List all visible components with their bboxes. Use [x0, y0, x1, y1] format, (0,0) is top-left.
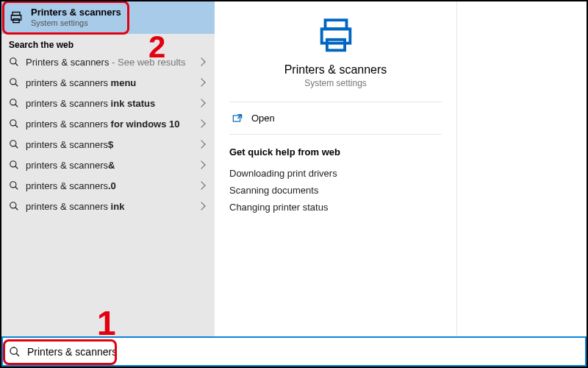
- svg-point-5: [10, 79, 16, 85]
- suggestion-item[interactable]: printers & scanners menu: [1, 72, 215, 93]
- chevron-right-icon: [197, 202, 205, 210]
- suggestion-text: printers & scanners.0: [26, 180, 198, 191]
- suggestion-text: Printers & scanners - See web results: [26, 57, 198, 68]
- printer-icon: [315, 15, 357, 57]
- suggestion-item[interactable]: printers & scanners for windows 10: [1, 113, 215, 134]
- suggestion-item[interactable]: printers & scanners$: [1, 134, 215, 155]
- svg-line-8: [15, 105, 18, 107]
- svg-point-3: [10, 58, 16, 64]
- search-icon: [9, 77, 19, 88]
- svg-point-9: [10, 120, 16, 126]
- help-header: Get quick help from web: [229, 146, 442, 158]
- detail-pane: Printers & scanners System settings Open…: [215, 1, 457, 336]
- svg-point-23: [10, 347, 17, 354]
- search-results-pane: Printers & scanners System settings Sear…: [1, 1, 215, 336]
- help-section: Get quick help from web Downloading prin…: [229, 135, 442, 216]
- search-icon: [9, 57, 19, 67]
- printer-icon: [9, 10, 24, 25]
- search-icon: [9, 98, 19, 108]
- help-link[interactable]: Changing printer status: [229, 199, 442, 216]
- help-link[interactable]: Scanning documents: [229, 182, 442, 199]
- suggestion-text: printers & scanners menu: [26, 77, 198, 88]
- search-icon: [9, 160, 19, 170]
- suggestion-text: printers & scanners for windows 10: [26, 118, 198, 130]
- detail-title: Printers & scanners: [284, 63, 387, 77]
- best-match-text: Printers & scanners System settings: [31, 7, 121, 29]
- detail-header: Printers & scanners System settings: [229, 15, 442, 102]
- svg-line-16: [15, 187, 18, 190]
- search-bar[interactable]: [1, 336, 587, 367]
- suggestion-text: printers & scanners ink: [26, 201, 198, 212]
- chevron-right-icon: [197, 140, 205, 148]
- svg-point-13: [10, 161, 16, 167]
- suggestion-text: printers & scanners ink status: [26, 98, 198, 109]
- suggestion-text: printers & scanners&: [26, 160, 198, 171]
- suggestions-list: Printers & scanners - See web resultspri…: [1, 52, 215, 221]
- search-icon: [9, 139, 19, 149]
- search-icon: [9, 201, 19, 211]
- chevron-right-icon: [197, 160, 205, 169]
- suggestion-text: printers & scanners$: [26, 139, 198, 150]
- help-links-list: Downloading print driversScanning docume…: [229, 165, 442, 216]
- search-icon: [9, 346, 21, 358]
- open-button[interactable]: Open: [229, 102, 442, 135]
- svg-point-11: [10, 141, 16, 146]
- suggestion-item[interactable]: Printers & scanners - See web results: [1, 52, 215, 72]
- suggestion-item[interactable]: printers & scanners&: [1, 155, 215, 175]
- svg-rect-21: [326, 40, 344, 50]
- svg-rect-2: [13, 19, 19, 23]
- chevron-right-icon: [197, 78, 205, 86]
- open-label: Open: [251, 113, 275, 124]
- chevron-right-icon: [197, 119, 205, 127]
- best-match-subtitle: System settings: [31, 18, 121, 29]
- svg-line-10: [15, 125, 18, 128]
- best-match-title: Printers & scanners: [31, 7, 121, 18]
- web-results-header: Search the web: [1, 34, 215, 52]
- suggestion-item[interactable]: printers & scanners ink: [1, 196, 215, 216]
- svg-line-24: [16, 353, 19, 356]
- chevron-right-icon: [197, 181, 205, 189]
- chevron-right-icon: [197, 57, 205, 66]
- svg-point-17: [10, 202, 16, 208]
- suggestion-item[interactable]: printers & scanners ink status: [1, 93, 215, 113]
- svg-line-14: [15, 166, 18, 169]
- suggestion-item[interactable]: printers & scanners.0: [1, 175, 215, 196]
- svg-line-4: [15, 63, 18, 66]
- open-icon: [232, 113, 244, 124]
- help-link[interactable]: Downloading print drivers: [229, 165, 442, 182]
- svg-rect-22: [233, 116, 240, 121]
- svg-line-18: [15, 208, 18, 210]
- detail-subtitle: System settings: [304, 78, 367, 88]
- search-input[interactable]: [26, 345, 585, 358]
- svg-line-12: [15, 146, 18, 149]
- search-icon: [9, 118, 19, 129]
- chevron-right-icon: [197, 99, 205, 107]
- search-icon: [9, 180, 19, 191]
- best-match-result[interactable]: Printers & scanners System settings: [1, 1, 215, 34]
- svg-point-15: [10, 182, 16, 188]
- svg-line-6: [15, 84, 18, 87]
- svg-point-7: [10, 99, 16, 105]
